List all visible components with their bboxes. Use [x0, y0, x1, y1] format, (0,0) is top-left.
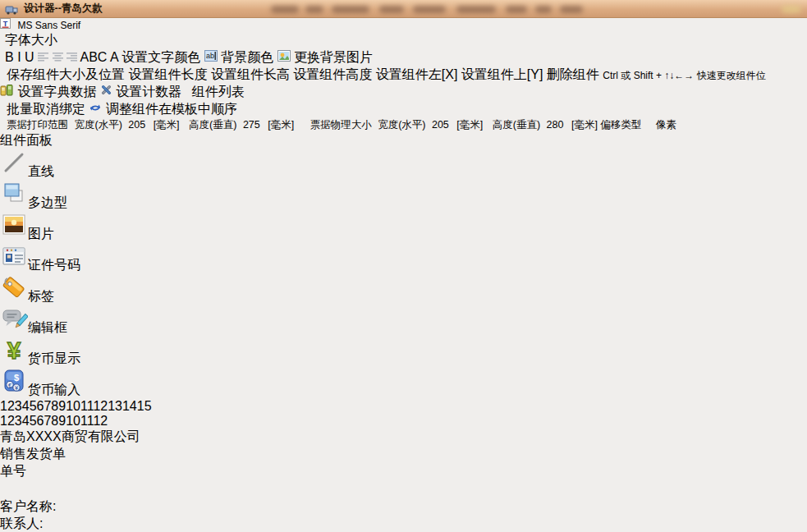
- ruler-number: 7: [44, 399, 51, 413]
- align-left-icon: [38, 53, 48, 62]
- bold-button[interactable]: B: [5, 50, 14, 64]
- tool-button-currency-display[interactable]: ¥货币显示: [0, 337, 807, 368]
- tool-button-label: 标签: [28, 289, 54, 303]
- blurred-text: [332, 6, 369, 13]
- delete-component-button[interactable]: 删除组件: [547, 67, 603, 81]
- adjust-order-button[interactable]: 调整组件在模板中顺序: [89, 102, 236, 116]
- horizontal-ruler: 123456789101112131415: [0, 399, 807, 414]
- contact-label[interactable]: 联系人:: [0, 516, 807, 532]
- svg-text:$: $: [14, 373, 19, 383]
- font-name-combo[interactable]: T MS Sans Serif: [0, 17, 134, 32]
- background-color-icon: ab: [204, 50, 218, 62]
- component-toolbar: 保存组件大小及位置 设置组件长度 设置组件长高 设置组件高度 设置组件左[X] …: [0, 66, 807, 84]
- align-right-button[interactable]: [66, 50, 80, 64]
- tool-button-tag[interactable]: 标签: [0, 274, 807, 305]
- blurred-text: [305, 6, 323, 13]
- currency-input-icon: $€¥: [0, 383, 28, 397]
- svg-text:¥: ¥: [7, 337, 21, 363]
- tool-button-label: 货币显示: [28, 351, 80, 365]
- set-component-top-button[interactable]: 设置组件上[Y]: [461, 67, 543, 81]
- set-dictionary-button[interactable]: 设置字典数据: [0, 85, 100, 99]
- ruler-number: 9: [58, 414, 66, 428]
- ruler-number: 1: [0, 399, 7, 413]
- customer-label[interactable]: 客户名称:: [0, 498, 807, 516]
- tool-button-picture[interactable]: 图片: [0, 212, 807, 243]
- tool-button-id-card[interactable]: 证件号码: [0, 243, 807, 274]
- picture-icon: [0, 227, 28, 241]
- app-icon: [5, 3, 19, 15]
- ruler-number: 13: [108, 399, 122, 413]
- save-component-size-button[interactable]: 保存组件大小及位置: [7, 67, 125, 81]
- blurred-text: [506, 6, 527, 13]
- ruler-number: 7: [44, 414, 51, 428]
- set-counter-label: 设置计数器: [116, 85, 181, 99]
- polygon-icon: [0, 195, 28, 209]
- blurred-text: [782, 6, 801, 13]
- offset-type-label: 偏移类型: [600, 119, 641, 131]
- set-component-length-height-button[interactable]: 设置组件长高: [211, 67, 290, 81]
- set-component-height-button[interactable]: 设置组件高度: [293, 67, 372, 81]
- tool-button-line[interactable]: 直线: [0, 149, 807, 181]
- set-text-color-button[interactable]: A 设置文字颜色: [110, 50, 204, 64]
- ruler-number: 2: [7, 399, 15, 413]
- blurred-text: [560, 6, 583, 13]
- width-label: 宽度(水平): [74, 119, 122, 131]
- ruler-number: 10: [66, 414, 80, 428]
- reorder-arrows-icon: [89, 102, 102, 113]
- print-height-input[interactable]: 275: [243, 119, 260, 131]
- component-panel: 直线多边型图片证件号码标签编辑框¥货币显示$€¥货币输入: [0, 149, 807, 399]
- set-counter-button[interactable]: 设置计数器: [100, 85, 186, 99]
- blurred-text: [535, 6, 552, 13]
- tool-button-polygon[interactable]: 多边型: [0, 181, 807, 212]
- physical-width-input[interactable]: 205: [432, 119, 449, 131]
- text-color-icon: A: [110, 50, 118, 64]
- align-center-button[interactable]: [53, 50, 66, 64]
- align-left-button[interactable]: [38, 50, 52, 64]
- physical-size-prefix: 票据: [310, 119, 331, 131]
- delete-component-label: 删除组件: [547, 67, 599, 81]
- italic-button[interactable]: I: [17, 50, 21, 64]
- change-background-image-button[interactable]: 更换背景图片: [277, 50, 373, 64]
- tool-button-currency-input[interactable]: $€¥货币输入: [0, 368, 807, 399]
- ruler-number: 5: [30, 414, 37, 428]
- vertical-ruler: 123456789101112: [0, 414, 807, 429]
- tool-button-label: 图片: [28, 227, 54, 241]
- strikethrough-button[interactable]: ABC: [80, 50, 108, 64]
- svg-text:T: T: [3, 20, 8, 28]
- company-name-text[interactable]: 青岛XXXX商贸有限公司: [0, 429, 807, 446]
- font-name-value: MS Sans Serif: [17, 20, 80, 31]
- tool-button-list: 直线多边型图片证件号码标签编辑框¥货币显示$€¥货币输入: [0, 149, 807, 399]
- mm-label: [毫米]: [571, 119, 598, 131]
- ruler-number: 8: [51, 414, 58, 428]
- underline-button[interactable]: U: [25, 50, 34, 64]
- shortcut-hint: Ctrl 或 Shift + ↑↓←→ 快速更改组件位: [603, 70, 765, 81]
- set-component-length-button[interactable]: 设置组件长度: [128, 67, 207, 81]
- ruler-number: 4: [22, 414, 30, 428]
- print-range-label: 打印范围: [27, 119, 68, 131]
- print-range-prefix: 票据: [7, 119, 27, 131]
- size-bar: 票据打印范围 宽度(水平) 205 [毫米] 高度(垂直) 275 [毫米] 票…: [0, 118, 807, 132]
- batch-unbind-button[interactable]: 批量取消绑定: [7, 102, 85, 116]
- font-size-label: 字体大小: [5, 33, 57, 47]
- id-card-icon: [0, 258, 28, 272]
- physical-size-label: 物理大小: [331, 119, 372, 131]
- doc-title-text[interactable]: 销售发货单: [0, 446, 807, 463]
- change-background-image-label: 更换背景图片: [294, 50, 373, 64]
- print-width-input[interactable]: 205: [128, 119, 145, 131]
- physical-height-input[interactable]: 280: [547, 119, 564, 131]
- template-canvas[interactable]: 青岛XXXX商贸有限公司 销售发货单 单号 客户名称: 联系人: 出货日期: 序…: [0, 429, 807, 532]
- component-panel-tab[interactable]: 组件面板: [0, 132, 807, 149]
- tool-button-edit-box[interactable]: 编辑框: [0, 305, 807, 337]
- set-text-color-label: 设置文字颜色: [122, 50, 200, 64]
- ruler-number: 12: [93, 399, 108, 413]
- order-no-input[interactable]: [0, 480, 62, 498]
- tool-button-label: 多边型: [28, 195, 67, 209]
- ruler-number: 9: [58, 399, 66, 413]
- title-bar[interactable]: 设计器--青岛欠款: [0, 0, 807, 18]
- blurred-text: [271, 6, 299, 13]
- background-color-button[interactable]: ab 背景颜色: [204, 50, 277, 64]
- svg-text:ab: ab: [206, 52, 214, 60]
- set-component-left-button[interactable]: 设置组件左[X]: [376, 67, 458, 81]
- ruler-number: 8: [51, 399, 58, 413]
- order-no-label[interactable]: 单号: [0, 463, 807, 480]
